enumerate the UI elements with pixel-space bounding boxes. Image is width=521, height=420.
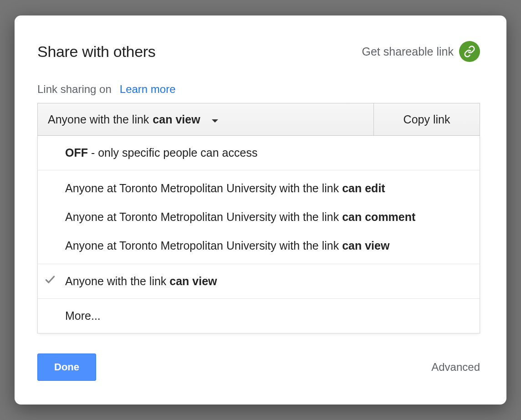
option-text: Anyone at Toronto Metropolitan Universit… xyxy=(65,182,342,195)
link-sharing-status: Link sharing on xyxy=(37,83,112,96)
option-off[interactable]: OFF - only specific people can access xyxy=(38,136,480,170)
option-text: Anyone at Toronto Metropolitan Universit… xyxy=(65,210,342,223)
sharing-controls-row: Anyone with the link can view Copy link xyxy=(37,103,480,136)
link-icon xyxy=(459,41,480,62)
check-icon xyxy=(44,273,56,289)
option-more[interactable]: More... xyxy=(38,299,480,333)
link-sharing-status-row: Link sharing on Learn more xyxy=(37,83,480,96)
shareable-link-label: Get shareable link xyxy=(362,45,454,58)
option-off-prefix: OFF xyxy=(65,146,88,159)
dialog-title: Share with others xyxy=(37,43,155,61)
dropdown-permission: can view xyxy=(153,113,200,126)
option-org-comment[interactable]: Anyone at Toronto Metropolitan Universit… xyxy=(38,203,480,231)
chevron-down-icon xyxy=(211,113,219,126)
dropdown-prefix: Anyone with the link xyxy=(48,113,149,126)
option-action: can edit xyxy=(342,182,385,195)
advanced-link[interactable]: Advanced xyxy=(431,361,480,374)
option-action: can view xyxy=(169,275,217,287)
get-shareable-link-button[interactable]: Get shareable link xyxy=(362,41,480,62)
option-org-edit[interactable]: Anyone at Toronto Metropolitan Universit… xyxy=(38,174,480,203)
permission-options-list: OFF - only specific people can access An… xyxy=(37,136,480,333)
dialog-header: Share with others Get shareable link xyxy=(37,41,480,62)
dialog-footer: Done Advanced xyxy=(37,353,480,381)
share-dialog: Share with others Get shareable link Lin… xyxy=(15,15,506,405)
copy-link-button[interactable]: Copy link xyxy=(374,103,480,135)
option-action: can view xyxy=(342,239,389,252)
done-button[interactable]: Done xyxy=(37,353,96,381)
option-anyone-view-selected[interactable]: Anyone with the link can view xyxy=(38,264,480,298)
learn-more-link[interactable]: Learn more xyxy=(120,83,176,96)
sharing-permission-dropdown[interactable]: Anyone with the link can view xyxy=(38,103,374,135)
option-text: Anyone at Toronto Metropolitan Universit… xyxy=(65,239,342,252)
option-text: Anyone with the link xyxy=(65,275,169,287)
option-off-suffix: - only specific people can access xyxy=(88,146,257,159)
option-action: can comment xyxy=(342,210,415,223)
option-org-view[interactable]: Anyone at Toronto Metropolitan Universit… xyxy=(38,231,480,260)
